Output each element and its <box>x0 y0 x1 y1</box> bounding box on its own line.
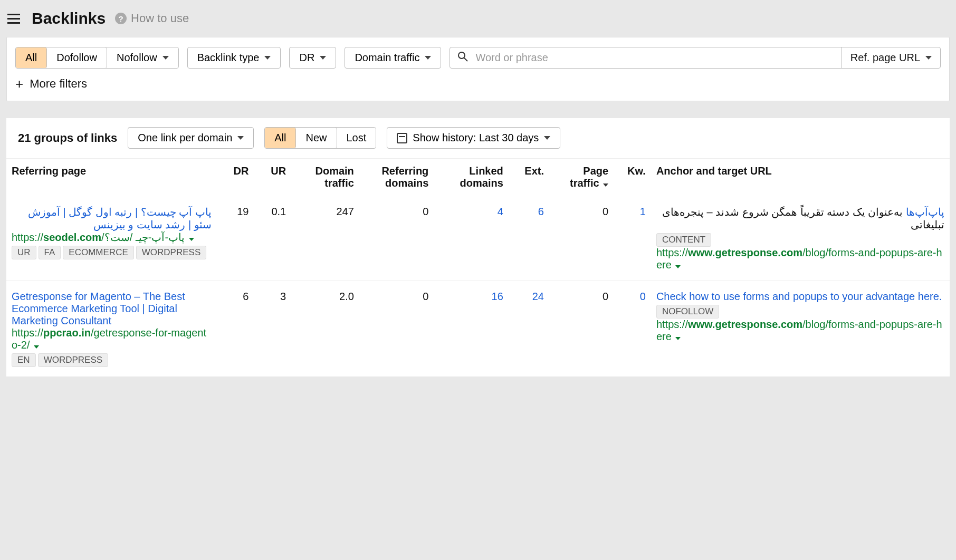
cell-referring-domains: 0 <box>359 196 434 281</box>
filter-domain-traffic-label: Domain traffic <box>355 52 419 64</box>
history-dropdown[interactable]: Show history: Last 30 days <box>387 127 560 149</box>
filter-dr[interactable]: DR <box>289 47 336 69</box>
search-input[interactable] <box>473 47 841 68</box>
cell-page-traffic: 0 <box>549 196 614 281</box>
col-referring-domains[interactable]: Referring domains <box>359 159 434 196</box>
tag: UR <box>12 246 36 259</box>
col-page-traffic[interactable]: Page traffic <box>549 159 614 196</box>
status-lost[interactable]: Lost <box>337 128 376 148</box>
tags: ENWORDPRESS <box>12 351 212 367</box>
chevron-down-icon <box>925 56 932 60</box>
menu-icon[interactable] <box>5 10 22 27</box>
referring-page-title[interactable]: پاپ آپ چیست؟ | رتبه اول گوگل | آموزش سئو… <box>12 206 212 231</box>
tag: EN <box>12 353 36 367</box>
filter-backlink-type-label: Backlink type <box>197 52 260 64</box>
anchor-tag: CONTENT <box>656 233 711 247</box>
anchor-text: پاپ‌آپ‌ها به‌عنوان یک دسته تقریباً همگن … <box>656 206 944 231</box>
sort-desc-icon <box>603 184 608 187</box>
anchor-tag: NOFOLLOW <box>656 305 719 318</box>
filter-dofollow[interactable]: Dofollow <box>47 47 107 68</box>
tag: FA <box>39 246 61 259</box>
chevron-down-icon <box>544 136 550 140</box>
table-row: پاپ آپ چیست؟ | رتبه اول گوگل | آموزش سئو… <box>6 196 950 281</box>
col-kw[interactable]: Kw. <box>614 159 651 196</box>
cell-ur: 3 <box>254 281 291 377</box>
col-linked-domains[interactable]: Linked domains <box>434 159 508 196</box>
search-icon <box>450 51 473 64</box>
calendar-icon <box>397 133 407 143</box>
chevron-down-icon <box>675 265 681 268</box>
cell-referring-domains: 0 <box>359 281 434 377</box>
cell-ur: 0.1 <box>254 196 291 281</box>
tags: URFAECOMMERCEWORDPRESS <box>12 244 212 259</box>
referring-page-url[interactable]: https://seodel.com/پاپ-آپ-چیـ /ست؟ <box>12 231 212 244</box>
cell-domain-traffic: 247 <box>291 196 359 281</box>
target-url[interactable]: https://www.getresponse.com/blog/forms-a… <box>656 318 944 343</box>
chevron-down-icon <box>237 136 244 140</box>
cell-ext[interactable]: 24 <box>532 291 544 302</box>
chevron-down-icon <box>425 56 431 60</box>
anchor-rest: به‌عنوان یک دسته تقریباً همگن شروع شدند … <box>662 206 944 230</box>
status-all[interactable]: All <box>265 128 296 148</box>
status-new[interactable]: New <box>296 128 337 148</box>
col-ext[interactable]: Ext. <box>509 159 549 196</box>
cell-ext[interactable]: 6 <box>538 206 544 217</box>
cell-linked-domains[interactable]: 4 <box>498 206 503 217</box>
svg-line-1 <box>464 58 467 61</box>
search-box: Ref. page URL <box>450 47 941 69</box>
filter-domain-traffic[interactable]: Domain traffic <box>345 47 441 69</box>
plus-icon: + <box>15 77 23 91</box>
filter-all[interactable]: All <box>16 47 47 68</box>
filter-backlink-type[interactable]: Backlink type <box>187 47 281 69</box>
anchor-link[interactable]: Check how to use forms and popups to you… <box>656 291 942 302</box>
search-scope-dropdown[interactable]: Ref. page URL <box>842 47 940 68</box>
how-to-use-link[interactable]: ? How to use <box>115 12 189 25</box>
anchor-text: Check how to use forms and popups to you… <box>656 291 944 303</box>
link-scope-dropdown[interactable]: One link per domain <box>128 127 254 149</box>
col-referring-page[interactable]: Referring page <box>6 159 217 196</box>
groups-count: 21 groups of links <box>18 131 117 145</box>
chevron-down-icon <box>675 337 681 340</box>
page-title: Backlinks <box>32 9 106 27</box>
tag: ECOMMERCE <box>63 246 133 259</box>
svg-point-0 <box>458 52 465 59</box>
filter-nofollow-label: Nofollow <box>117 52 157 64</box>
cell-linked-domains[interactable]: 16 <box>492 291 503 302</box>
col-domain-traffic[interactable]: Domain traffic <box>291 159 359 196</box>
col-ur[interactable]: UR <box>254 159 291 196</box>
col-anchor[interactable]: Anchor and target URL <box>651 159 950 196</box>
cell-dr: 19 <box>217 196 254 281</box>
referring-page-title[interactable]: Getresponse for Magento – The Best Ecomm… <box>12 291 212 327</box>
chevron-down-icon <box>34 345 39 349</box>
cell-page-traffic: 0 <box>549 281 614 377</box>
search-scope-label: Ref. page URL <box>850 52 920 64</box>
follow-filter-group: All Dofollow Nofollow <box>15 47 179 69</box>
anchor-link[interactable]: پاپ‌آپ‌ها <box>906 206 944 218</box>
link-scope-label: One link per domain <box>138 132 232 144</box>
history-label: Show history: Last 30 days <box>413 132 539 144</box>
status-filter-group: All New Lost <box>264 127 376 149</box>
chevron-down-icon <box>320 56 326 60</box>
chevron-down-icon <box>189 238 194 241</box>
cell-domain-traffic: 2.0 <box>291 281 359 377</box>
tag: WORDPRESS <box>38 353 108 367</box>
filter-nofollow[interactable]: Nofollow <box>107 47 178 68</box>
chevron-down-icon <box>264 56 271 60</box>
tag: WORDPRESS <box>136 246 206 259</box>
how-to-use-label: How to use <box>131 12 189 25</box>
referring-page-url[interactable]: https://ppcrao.in/getresponse-for-magent… <box>12 327 212 351</box>
cell-dr: 6 <box>217 281 254 377</box>
help-icon: ? <box>115 13 127 24</box>
col-dr[interactable]: DR <box>217 159 254 196</box>
cell-kw[interactable]: 1 <box>640 206 646 217</box>
filter-dr-label: DR <box>299 52 314 64</box>
table-row: Getresponse for Magento – The Best Ecomm… <box>6 281 950 377</box>
cell-kw[interactable]: 0 <box>640 291 646 302</box>
backlinks-table: Referring page DR UR Domain traffic Refe… <box>6 159 950 376</box>
target-url[interactable]: https://www.getresponse.com/blog/forms-a… <box>656 247 944 271</box>
more-filters-button[interactable]: + More filters <box>15 77 87 91</box>
chevron-down-icon <box>162 56 169 60</box>
more-filters-label: More filters <box>30 77 87 91</box>
